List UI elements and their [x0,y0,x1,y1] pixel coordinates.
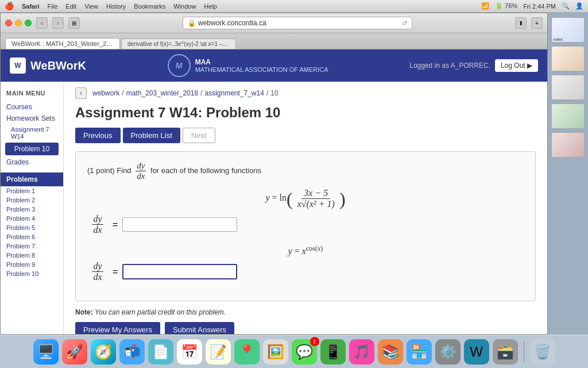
menu-bookmarks[interactable]: Bookmarks [134,3,165,10]
sidebar-item-homework-sets[interactable]: Homework Sets [1,113,63,124]
breadcrumb-back-button[interactable]: ‹ [75,87,87,99]
next-button[interactable]: Next [183,128,215,143]
formula2-text: y = xcos(x) [288,244,323,256]
logged-in-text: Logged in as A_PORREC. [409,62,490,70]
sidebar-item-problem5[interactable]: Problem 5 [1,223,63,232]
dock-appstore[interactable]: 🏪 [407,339,432,365]
nav-buttons: Previous Problem List Next [75,128,536,143]
menu-edit[interactable]: Edit [65,3,76,10]
dock-maps[interactable]: 📍 [234,339,260,365]
equals-sign-2: = [113,267,118,277]
maa-logo-icon: M [168,54,191,77]
formula2-display: y = xcos(x) [87,244,524,256]
problem-list-button[interactable]: Problem List [123,128,180,143]
dock-launchpad[interactable]: 🚀 [62,339,87,365]
sidebar-item-problem10[interactable]: Problem 10 [1,269,63,278]
search-icon[interactable]: 🔍 [562,2,570,10]
menu-window[interactable]: Window [173,3,196,10]
dock-photos[interactable]: 🖼️ [263,339,288,365]
dock-file-manager[interactable]: 🗃️ [493,339,518,365]
sidebar-item-problem4[interactable]: Problem 4 [1,214,63,223]
answer-row-2: dy dx = [87,261,524,282]
sidebar-item-courses[interactable]: Courses [1,101,63,113]
user-icon[interactable]: 👤 [575,2,583,10]
sidebar-item-problem8[interactable]: Problem 8 [1,251,63,260]
sidebar-item-problem9[interactable]: Problem 9 [1,260,63,269]
tab-bar: WeBWorK : MATH_203_Winter_2018 : Assignm… [1,33,547,49]
minimize-button[interactable] [15,20,22,26]
problem-box: (1 point) Find dy dx for each of the fol… [75,151,536,301]
breadcrumb-assignment[interactable]: assignment_7_w14 [204,89,264,97]
side-thumb-1[interactable]: notes [551,17,585,43]
share-button[interactable]: ⬆ [515,17,527,29]
dock-messages[interactable]: 💬 2 [292,339,317,365]
back-button[interactable]: ‹ [36,17,48,29]
sidebar-item-problem1[interactable]: Problem 1 [1,186,63,195]
sidebar-toggle[interactable]: ⊞ [68,17,80,29]
dock-calendar[interactable]: 📅 [177,339,202,365]
sidebar-item-assignment7[interactable]: Assignment 7 W14 [1,124,63,141]
logout-button[interactable]: Log Out ▶ [495,59,538,72]
reload-icon[interactable]: ↺ [402,20,407,27]
maa-name: MAA [195,58,328,66]
answer-input-1[interactable] [122,217,237,232]
dock-safari[interactable]: 🧭 [91,339,116,365]
tab-symbolab[interactable]: derivative of f(x)=.,3e^(xy)-2 \at x=1 –… [121,39,236,49]
side-thumb-label-notes: notes [553,37,563,41]
dock-trash[interactable]: 🗑️ [530,339,555,365]
close-button[interactable] [5,20,12,26]
menu-file[interactable]: File [48,3,58,10]
dy-dx-fraction-2: dy dx [87,261,108,282]
tab-webwork[interactable]: WeBWorK : MATH_203_Winter_2018 : Assignm… [5,38,120,49]
previous-button[interactable]: Previous [75,128,121,143]
sidebar-item-problem7[interactable]: Problem 7 [1,241,63,251]
forward-button[interactable]: › [52,17,64,29]
sidebar-item-problem6[interactable]: Problem 6 [1,232,63,241]
breadcrumb-course[interactable]: math_203_winter_2018 [126,89,198,97]
dock-books[interactable]: 📚 [378,339,403,365]
sidebar-item-problem3[interactable]: Problem 3 [1,205,63,214]
sidebar-item-problem10-active[interactable]: Problem 10 [5,143,59,155]
submit-button[interactable]: Submit Answers [165,322,234,334]
answer-input-2[interactable] [122,264,237,279]
webwork-logo-icon: W [10,57,26,74]
wifi-icon: 📶 [481,2,489,10]
menu-view[interactable]: View [84,3,98,10]
problems-header: Problems [1,172,63,186]
side-thumb-4[interactable] [551,103,585,129]
dock-divider [524,342,524,362]
clock: Fri 2:44 PM [523,3,556,10]
sidebar-item-problem2[interactable]: Problem 2 [1,195,63,205]
problems-section: Problems Problem 1 Problem 2 Problem 3 P… [1,172,63,278]
menu-history[interactable]: History [106,3,126,10]
sidebar-item-grades[interactable]: Grades [1,156,63,168]
new-tab-button[interactable]: + [531,17,543,29]
action-buttons: Preview My Answers Submit Answers [75,322,536,334]
page-content: W WeBWorK M MAA MATHEMATICAL ASSOCIATION… [1,49,547,334]
address-bar[interactable]: 🔒 webwork.concordia.ca ↺ [183,17,412,29]
dock-music[interactable]: 🎵 [349,339,374,365]
webwork-logo-text: WeBWorK [30,59,86,72]
menu-safari[interactable]: Safari [22,3,40,10]
dock-files[interactable]: 📄 [148,339,173,365]
dock-word[interactable]: W [464,339,489,365]
breadcrumb-webwork[interactable]: webwork [92,89,119,97]
header-right: Logged in as A_PORREC. Log Out ▶ [409,59,538,72]
preview-button[interactable]: Preview My Answers [75,322,160,334]
dock-system-prefs[interactable]: ⚙️ [435,339,461,365]
maximize-button[interactable] [25,20,32,26]
dock-facetime[interactable]: 📱 [320,339,346,365]
side-thumb-2[interactable] [551,46,585,71]
dock-finder[interactable]: 🖥️ [33,339,59,365]
side-thumb-5[interactable] [551,132,585,158]
dock-notes[interactable]: 📝 [206,339,231,365]
dock-mail[interactable]: 📬 [119,339,145,365]
dock: 🖥️ 🚀 🧭 📬 📄 📅 📝 📍 🖼️ 💬 2 📱 🎵 📚 🏪 ⚙️ W 🗃️ … [0,335,588,368]
answer-row-1: dy dx = [87,214,524,235]
side-thumb-3[interactable] [551,75,585,100]
main-layout: MAIN MENU Courses Homework Sets Assignme… [1,82,547,334]
apple-menu[interactable]: 🍎 [5,2,14,10]
url-text: webwork.concordia.ca [198,19,266,27]
menu-help[interactable]: Help [204,3,217,10]
breadcrumb-problem: 10 [270,89,278,97]
